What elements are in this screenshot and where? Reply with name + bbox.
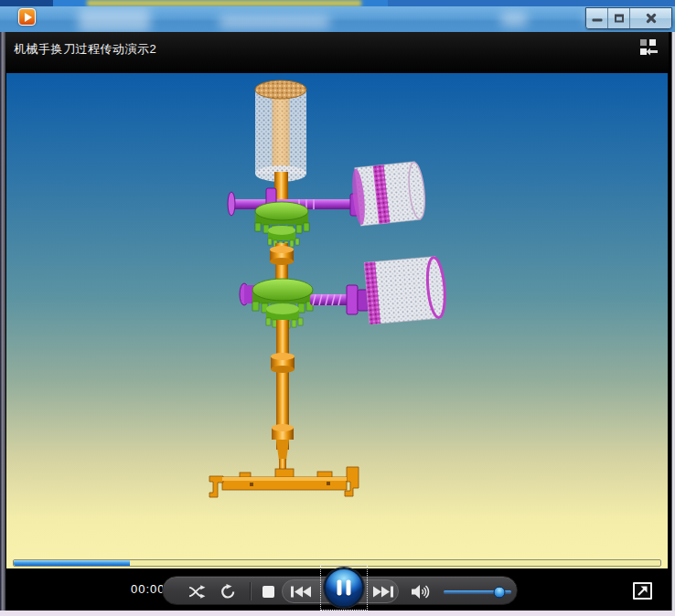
repeat-icon	[220, 584, 236, 600]
volume-icon	[412, 584, 431, 600]
background-window-text-blur	[87, 0, 361, 6]
play-triangle-icon	[25, 13, 32, 22]
fullscreen-button[interactable]	[633, 582, 652, 600]
transport-pill	[162, 576, 518, 605]
maximize-icon	[615, 15, 624, 23]
upper-right-cylinder	[350, 161, 427, 227]
video-surface[interactable]	[5, 73, 669, 568]
pause-button-area	[320, 565, 368, 611]
mini-mode-icon	[638, 37, 661, 56]
window-bottom-border	[0, 611, 675, 616]
video-title-bar: 机械手换刀过程传动演示2	[5, 32, 669, 73]
close-button[interactable]	[630, 8, 671, 28]
stop-icon	[262, 586, 274, 598]
lower-spindle-shaft	[271, 320, 295, 470]
shuffle-button[interactable]	[185, 577, 209, 606]
window-right-border	[669, 32, 675, 611]
window-buttons	[585, 7, 672, 29]
playback-control-bar: 00:00	[5, 568, 669, 611]
mute-button[interactable]	[406, 577, 435, 606]
upper-green-gear	[255, 202, 309, 248]
fullscreen-icon	[637, 585, 648, 597]
machine-3d-scene	[6, 73, 670, 568]
previous-icon	[290, 586, 312, 598]
background-window-area	[388, 0, 675, 6]
seek-progress-fill	[14, 560, 130, 566]
window-title-bar	[0, 6, 675, 32]
elapsed-time: 00:00	[131, 568, 166, 611]
lower-right-cylinder	[364, 256, 447, 324]
maximize-button[interactable]	[608, 8, 630, 28]
next-icon	[372, 586, 394, 598]
stop-button[interactable]	[256, 577, 280, 606]
player-window: 机械手换刀过程传动演示2	[0, 0, 675, 616]
shuffle-icon	[188, 585, 206, 599]
aero-blur-blob	[220, 16, 329, 28]
video-title: 机械手换刀过程传动演示2	[14, 41, 156, 58]
minimize-button[interactable]	[586, 8, 608, 28]
mini-mode-button[interactable]	[638, 37, 661, 56]
gripper-arm	[209, 467, 359, 497]
next-button[interactable]	[368, 577, 399, 606]
volume-slider[interactable]	[444, 590, 511, 593]
lower-worm-shaft	[310, 285, 369, 314]
pause-icon	[338, 580, 351, 596]
minimize-icon	[592, 19, 602, 22]
top-motor-cylinder	[255, 80, 306, 182]
background-window-strip	[0, 0, 675, 6]
app-play-icon[interactable]	[18, 8, 36, 26]
middle-shaft	[270, 243, 294, 283]
pill-divider	[250, 582, 251, 600]
previous-button[interactable]	[285, 577, 316, 606]
repeat-button[interactable]	[216, 577, 240, 606]
pause-button[interactable]	[324, 568, 364, 608]
volume-thumb[interactable]	[494, 586, 506, 598]
close-icon	[646, 13, 657, 24]
aero-blur-blob	[79, 8, 150, 32]
aero-blur-blob	[501, 12, 527, 27]
